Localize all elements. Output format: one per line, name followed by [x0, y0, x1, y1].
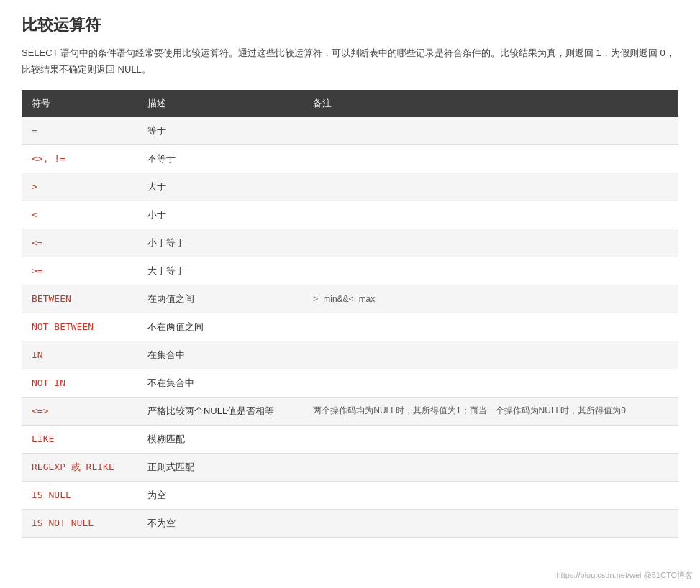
cell-note	[303, 453, 678, 481]
cell-desc: 在集合中	[137, 341, 303, 369]
cell-desc: 严格比较两个NULL值是否相等	[137, 397, 303, 425]
cell-symbol: <>, !=	[22, 144, 137, 173]
table-row: <=小于等于	[22, 229, 678, 257]
cell-symbol: REGEXP 或 RLIKE	[22, 453, 137, 481]
cell-desc: 等于	[137, 117, 303, 145]
table-row: IS NULL为空	[22, 481, 678, 509]
table-row: >大于	[22, 173, 678, 201]
cell-note	[303, 173, 678, 201]
col-header-note: 备注	[303, 90, 678, 117]
cell-symbol: LIKE	[22, 425, 137, 453]
table-row: IN在集合中	[22, 341, 678, 369]
cell-desc: 在两值之间	[137, 285, 303, 313]
cell-note	[303, 144, 678, 173]
cell-note: >=min&&<=max	[303, 285, 678, 313]
table-row: >=大于等于	[22, 257, 678, 285]
cell-symbol: <=	[22, 229, 137, 257]
cell-symbol: >	[22, 173, 137, 201]
table-row: NOT BETWEEN不在两值之间	[22, 313, 678, 341]
cell-desc: 大于	[137, 173, 303, 201]
intro-text: SELECT 语句中的条件语句经常要使用比较运算符。通过这些比较运算符，可以判断…	[22, 45, 678, 78]
table-row: IS NOT NULL不为空	[22, 509, 678, 537]
table-row: <>, !=不等于	[22, 144, 678, 173]
cell-desc: 大于等于	[137, 257, 303, 285]
table-row: <=>严格比较两个NULL值是否相等两个操作码均为NULL时，其所得值为1；而当…	[22, 397, 678, 425]
cell-desc: 小于等于	[137, 229, 303, 257]
cell-symbol: <	[22, 201, 137, 229]
table-row: LIKE模糊匹配	[22, 425, 678, 453]
cell-symbol: >=	[22, 257, 137, 285]
table-row: <小于	[22, 201, 678, 229]
cell-symbol: <=>	[22, 397, 137, 425]
cell-desc: 模糊匹配	[137, 425, 303, 453]
cell-symbol: BETWEEN	[22, 285, 137, 313]
cell-desc: 不为空	[137, 509, 303, 537]
cell-note	[303, 509, 678, 537]
cell-note: 两个操作码均为NULL时，其所得值为1；而当一个操作码为NULL时，其所得值为0	[303, 397, 678, 425]
cell-note	[303, 369, 678, 397]
cell-symbol: IN	[22, 341, 137, 369]
table-row: NOT IN不在集合中	[22, 369, 678, 397]
table-row: =等于	[22, 117, 678, 145]
cell-note	[303, 341, 678, 369]
cell-desc: 不在两值之间	[137, 313, 303, 341]
cell-note	[303, 481, 678, 509]
cell-desc: 为空	[137, 481, 303, 509]
cell-note	[303, 117, 678, 145]
table-row: BETWEEN在两值之间>=min&&<=max	[22, 285, 678, 313]
page-title: 比较运算符	[22, 14, 678, 36]
cell-desc: 小于	[137, 201, 303, 229]
cell-symbol: NOT BETWEEN	[22, 313, 137, 341]
cell-note	[303, 425, 678, 453]
cell-symbol: NOT IN	[22, 369, 137, 397]
table-row: REGEXP 或 RLIKE正则式匹配	[22, 453, 678, 481]
col-header-desc: 描述	[137, 90, 303, 117]
comparison-table: 符号 描述 备注 =等于<>, !=不等于>大于<小于<=小于等于>=大于等于B…	[22, 90, 678, 538]
cell-note	[303, 313, 678, 341]
cell-desc: 正则式匹配	[137, 453, 303, 481]
cell-desc: 不在集合中	[137, 369, 303, 397]
cell-note	[303, 201, 678, 229]
cell-symbol: IS NOT NULL	[22, 509, 137, 537]
col-header-symbol: 符号	[22, 90, 137, 117]
cell-symbol: =	[22, 117, 137, 145]
cell-note	[303, 229, 678, 257]
cell-symbol: IS NULL	[22, 481, 137, 509]
cell-note	[303, 257, 678, 285]
cell-desc: 不等于	[137, 144, 303, 173]
